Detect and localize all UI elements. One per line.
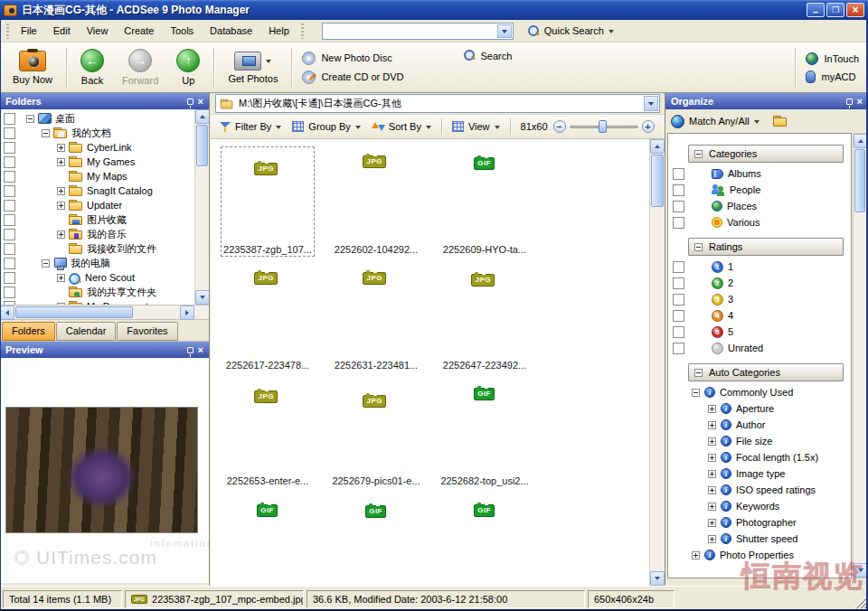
checkbox[interactable] [673, 184, 684, 196]
menu-tools[interactable]: Tools [162, 22, 202, 40]
auto-category-item[interactable]: File size [668, 433, 851, 449]
expand-icon[interactable] [708, 454, 716, 462]
scroll-left-icon[interactable] [0, 306, 14, 320]
slider-thumb[interactable] [599, 120, 607, 133]
expand-icon[interactable] [708, 437, 716, 446]
folder-tree-item[interactable]: 我的电脑 [0, 256, 194, 270]
thumbnail-item[interactable]: JPG2252617-223478... [221, 262, 315, 372]
section-header-ratings[interactable]: Ratings [688, 238, 844, 256]
thumbnail-item[interactable]: JPG2235387-zgb_107... [221, 146, 315, 257]
checkbox[interactable] [673, 294, 684, 306]
expand-icon[interactable] [708, 535, 716, 543]
collapse-icon[interactable] [42, 129, 50, 137]
quick-search-button[interactable]: Quick Search [521, 24, 621, 39]
checkbox[interactable] [673, 343, 684, 354]
folders-horizontal-scrollbar[interactable] [0, 306, 209, 320]
folder-tree-item[interactable]: My Documents [0, 299, 194, 306]
expand-icon[interactable] [57, 230, 65, 239]
menu-create[interactable]: Create [116, 22, 162, 40]
collapse-icon[interactable] [42, 259, 50, 268]
pin-icon[interactable] [187, 347, 193, 353]
get-photos-button[interactable]: Get Photos [219, 45, 287, 90]
auto-category-item[interactable]: Focal length (1.5x) [668, 449, 851, 465]
section-header-categories[interactable]: Categories [688, 145, 844, 163]
search-button[interactable]: Search [464, 50, 513, 61]
folder-tree-item[interactable]: My Maps [0, 169, 194, 183]
checkbox[interactable] [4, 171, 15, 183]
scroll-up-icon[interactable] [195, 109, 209, 124]
sort-by-button[interactable]: Sort By [366, 118, 437, 136]
checkbox[interactable] [4, 142, 15, 154]
pin-icon[interactable] [846, 99, 853, 105]
zoom-in-button[interactable]: + [642, 120, 655, 133]
auto-category-item[interactable]: Photo Properties [668, 547, 851, 563]
menu-view[interactable]: View [79, 22, 117, 40]
category-item[interactable]: People [668, 182, 851, 198]
intouch-button[interactable]: InTouch [806, 52, 859, 65]
checkbox[interactable] [4, 243, 15, 255]
scroll-down-icon[interactable] [195, 290, 209, 305]
path-input[interactable]: M:\图片收藏\[卡通]\日本漫画CG-其他 [215, 94, 660, 113]
folder-tree-item[interactable]: 我的文档 [0, 126, 194, 140]
expand-icon[interactable] [708, 519, 716, 527]
auto-category-item[interactable]: Keywords [668, 498, 851, 514]
zoom-out-button[interactable]: − [553, 120, 566, 133]
collapse-icon[interactable] [694, 369, 703, 377]
rating-item[interactable]: 11 [668, 258, 851, 275]
auto-category-item[interactable]: Author [668, 417, 851, 433]
auto-category-item[interactable]: Photographer [668, 514, 851, 531]
checkbox[interactable] [4, 127, 15, 139]
checkbox[interactable] [4, 229, 15, 240]
category-item[interactable]: Albums [668, 165, 851, 182]
match-any-all-button[interactable]: Match Any/All [689, 116, 750, 127]
scrollbar-thumb[interactable] [196, 125, 208, 166]
new-photo-disc-button[interactable]: New Photo Disc [302, 52, 403, 65]
up-button[interactable]: ↑ Up [167, 45, 209, 90]
folder-tree-item[interactable]: 图片收藏 [0, 212, 194, 227]
scroll-up-icon[interactable] [650, 139, 665, 154]
thumbnail-item[interactable]: JPG2252653-enter-e... [221, 378, 315, 488]
tab-favorites[interactable]: Favorites [117, 322, 177, 341]
checkbox[interactable] [4, 258, 15, 269]
expand-icon[interactable] [57, 187, 65, 195]
chevron-down-icon[interactable] [644, 96, 658, 111]
auto-category-item[interactable]: Shutter speed [668, 531, 851, 547]
tab-folders[interactable]: Folders [2, 322, 55, 341]
checkbox[interactable] [673, 201, 684, 212]
checkbox[interactable] [673, 261, 684, 273]
thumbnail-size-slider[interactable] [570, 119, 638, 134]
scroll-down-icon[interactable] [650, 571, 665, 586]
back-button[interactable]: ← Back [71, 45, 113, 90]
checkbox[interactable] [4, 272, 15, 284]
expand-icon[interactable] [57, 158, 65, 166]
scrollbar-thumb[interactable] [15, 306, 133, 318]
expand-icon[interactable] [708, 405, 716, 413]
folder-tree-item[interactable]: CyberLink [0, 140, 194, 155]
buy-now-button[interactable]: Buy Now [4, 45, 61, 90]
collapse-icon[interactable] [692, 389, 700, 397]
checkbox[interactable] [673, 277, 684, 289]
rating-item[interactable]: 55 [668, 324, 851, 340]
folder-tree-item[interactable]: My Games [0, 155, 194, 169]
thumbnail-item[interactable]: GIF2252609-HYO-ta... [438, 146, 532, 257]
checkbox[interactable] [4, 200, 15, 212]
scrollbar-thumb[interactable] [854, 149, 865, 212]
expand-icon[interactable] [57, 202, 65, 210]
folders-vertical-scrollbar[interactable] [194, 109, 209, 305]
menu-database[interactable]: Database [202, 22, 260, 40]
close-icon[interactable]: × [198, 345, 203, 355]
create-cd-button[interactable]: Create CD or DVD [302, 70, 403, 84]
checkbox[interactable] [4, 185, 15, 197]
menu-help[interactable]: Help [260, 22, 297, 40]
tab-calendar[interactable]: Calendar [56, 322, 117, 341]
minimize-button[interactable] [807, 3, 825, 17]
chevron-down-icon[interactable] [497, 24, 512, 38]
checkbox[interactable] [4, 156, 15, 168]
maximize-button[interactable] [826, 3, 844, 17]
rating-item[interactable]: 22 [668, 275, 851, 291]
scrollbar-thumb[interactable] [651, 155, 664, 207]
folder-tree-item[interactable]: 我的共享文件夹 [0, 285, 194, 299]
category-item[interactable]: Places [668, 198, 851, 214]
expand-icon[interactable] [692, 551, 700, 559]
filter-by-button[interactable]: Filter By [214, 118, 287, 135]
